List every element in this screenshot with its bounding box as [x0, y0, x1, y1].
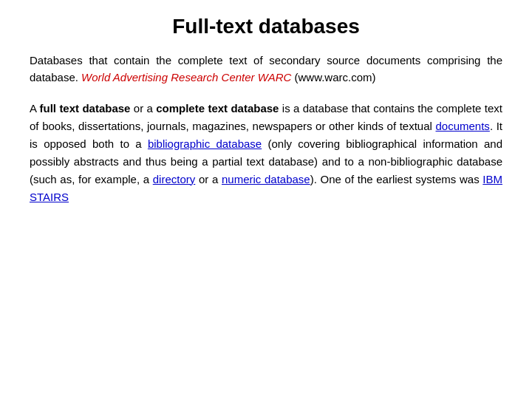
main-text-part7: ). One of the earliest systems was	[310, 173, 483, 185]
link-bibliographic-database[interactable]: bibliographic database	[148, 137, 262, 150]
bold-complete-text-database: complete text database	[156, 102, 279, 115]
main-text-part2: or a	[130, 102, 156, 115]
page-title: Full-text databases	[30, 15, 502, 38]
intro-italic-text: World Advertising Research Center WARC	[81, 71, 291, 83]
page-container: Full-text databases Databases that conta…	[0, 0, 532, 399]
link-numeric-database[interactable]: numeric database	[222, 173, 310, 185]
main-text-part6: or a	[195, 173, 222, 185]
link-documents[interactable]: documents	[436, 120, 490, 132]
intro-paragraph: Databases that contain the complete text…	[30, 52, 502, 86]
link-directory[interactable]: directory	[153, 173, 196, 185]
bold-full-text-database: full text database	[40, 102, 131, 115]
intro-text-after-italic: (www.warc.com)	[291, 71, 375, 83]
main-paragraph: A full text database or a complete text …	[30, 100, 502, 206]
main-text-part1: A	[30, 102, 40, 115]
